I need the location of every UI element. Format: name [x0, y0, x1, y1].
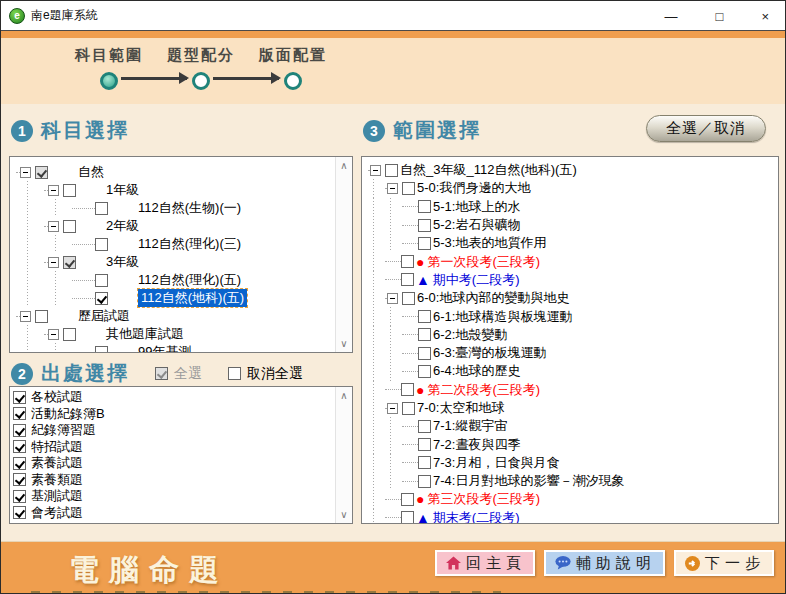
tree-collapse-icon[interactable] — [387, 183, 398, 194]
tree-checkbox[interactable] — [418, 438, 431, 451]
tree-checkbox[interactable] — [95, 274, 108, 287]
scroll-up-icon[interactable]: ∧ — [340, 390, 347, 401]
tree-collapse-icon[interactable] — [370, 165, 381, 176]
tree-label[interactable]: 112自然(生物)(一) — [138, 199, 241, 217]
next-step-button[interactable]: 下一步 — [674, 550, 774, 576]
tree-label[interactable]: 7-2:晝夜與四季 — [433, 436, 520, 454]
tree-label[interactable]: 5-3:地表的地質作用 — [433, 234, 546, 252]
tree-collapse-icon[interactable] — [48, 221, 59, 232]
tree-label[interactable]: 6-3:臺灣的板塊運動 — [433, 344, 546, 362]
tree-collapse-icon[interactable] — [20, 311, 31, 322]
tree-checkbox[interactable] — [402, 182, 415, 195]
tree-checkbox[interactable] — [418, 219, 431, 232]
tree-checkbox[interactable] — [418, 420, 431, 433]
tree-checkbox[interactable] — [418, 200, 431, 213]
tree-label[interactable]: 6-4:地球的歷史 — [433, 362, 520, 380]
tree-collapse-icon[interactable] — [48, 257, 59, 268]
tree-checkbox[interactable] — [95, 292, 108, 305]
list-checkbox[interactable] — [13, 506, 26, 519]
tree-label[interactable]: 歷屆試題 — [78, 307, 130, 325]
list-label[interactable]: 紀錄簿習題 — [31, 421, 96, 439]
tree-label[interactable]: 1年級 — [106, 181, 139, 199]
tree-checkbox[interactable] — [63, 220, 76, 233]
tree-checkbox[interactable] — [35, 310, 48, 323]
tree-checkbox[interactable] — [418, 347, 431, 360]
select-toggle-button[interactable]: 全選／取消 — [646, 115, 766, 142]
deselect-all-option[interactable]: 取消全選 — [228, 365, 303, 383]
tree-checkbox[interactable] — [63, 328, 76, 341]
scrollbar[interactable]: ∧ ∨ — [335, 387, 352, 523]
tree-label[interactable]: 5-2:岩石與礦物 — [433, 216, 520, 234]
deselect-all-checkbox[interactable] — [228, 367, 241, 380]
list-checkbox[interactable] — [13, 490, 26, 503]
list-label[interactable]: 基測試題 — [31, 487, 83, 505]
tree-label[interactable]: 自然_3年級_112自然(地科)(五) — [400, 161, 577, 179]
tree-label[interactable]: 第一次段考(三段考) — [427, 253, 540, 271]
list-label[interactable]: 素養類題 — [31, 471, 83, 489]
tree-collapse-icon[interactable] — [48, 329, 59, 340]
tree-collapse-icon[interactable] — [48, 185, 59, 196]
tree-label[interactable]: 5-0:我們身邊的大地 — [417, 179, 530, 197]
tree-checkbox[interactable] — [95, 238, 108, 251]
tree-label[interactable]: 3年級 — [106, 253, 139, 271]
list-checkbox[interactable] — [13, 407, 26, 420]
tree-label[interactable]: 112自然(理化)(三) — [138, 235, 241, 253]
tree-label[interactable]: 6-1:地球構造與板塊運動 — [433, 308, 572, 326]
tree-checkbox[interactable] — [418, 237, 431, 250]
tree-label[interactable]: 7-3:月相，日食與月食 — [433, 454, 559, 472]
scroll-down-icon[interactable]: ∨ — [340, 509, 347, 520]
select-all-option[interactable]: 全選 — [155, 365, 202, 383]
tree-label[interactable]: 6-2:地殼變動 — [433, 326, 507, 344]
scrollbar[interactable]: ∧ ∨ — [335, 157, 352, 352]
list-label[interactable]: 特招試題 — [31, 438, 83, 456]
tree-collapse-icon[interactable] — [20, 167, 31, 178]
tree-checkbox[interactable] — [35, 166, 48, 179]
tree-label[interactable]: 2年級 — [106, 217, 139, 235]
tree-label[interactable]: 第三次段考(三段考) — [427, 490, 540, 508]
tree-checkbox[interactable] — [418, 328, 431, 341]
tree-collapse-icon[interactable] — [387, 403, 398, 414]
tree-label[interactable]: 自然 — [78, 163, 104, 181]
list-checkbox[interactable] — [13, 440, 26, 453]
tree-label[interactable]: 112自然(地科)(五) — [138, 289, 247, 307]
maximize-button[interactable]: □ — [716, 10, 724, 23]
tree-checkbox[interactable] — [95, 346, 108, 353]
tree-checkbox[interactable] — [63, 256, 76, 269]
tree-checkbox[interactable] — [418, 310, 431, 323]
close-button[interactable]: × — [761, 10, 769, 23]
tree-checkbox[interactable] — [401, 255, 414, 268]
list-checkbox[interactable] — [13, 473, 26, 486]
tree-checkbox[interactable] — [63, 184, 76, 197]
tree-label[interactable]: 期中考(二段考) — [433, 271, 520, 289]
list-label[interactable]: 各校試題 — [31, 388, 83, 406]
tree-checkbox[interactable] — [418, 456, 431, 469]
tree-label[interactable]: 其他題庫試題 — [106, 325, 184, 343]
list-label[interactable]: 素養試題 — [31, 454, 83, 472]
tree-checkbox[interactable] — [95, 202, 108, 215]
tree-label[interactable]: 期末考(二段考) — [433, 509, 520, 523]
tree-label[interactable]: 第二次段考(三段考) — [427, 381, 540, 399]
list-label[interactable]: 會考試題 — [31, 504, 83, 522]
tree-checkbox[interactable] — [418, 365, 431, 378]
tree-label[interactable]: 99年基測 — [138, 343, 191, 352]
tree-label[interactable]: 6-0:地球內部的變動與地史 — [417, 289, 569, 307]
tree-checkbox[interactable] — [402, 292, 415, 305]
help-button[interactable]: 輔助說明 — [544, 550, 665, 576]
tree-checkbox[interactable] — [401, 273, 414, 286]
list-checkbox[interactable] — [13, 391, 26, 404]
tree-label[interactable]: 7-1:縱觀宇宙 — [433, 417, 507, 435]
tree-checkbox[interactable] — [401, 383, 414, 396]
tree-checkbox[interactable] — [418, 475, 431, 488]
scroll-up-icon[interactable]: ∧ — [340, 160, 347, 171]
tree-checkbox[interactable] — [401, 493, 414, 506]
list-checkbox[interactable] — [13, 424, 26, 437]
tree-checkbox[interactable] — [402, 402, 415, 415]
home-button[interactable]: 回主頁 — [435, 550, 535, 576]
list-checkbox[interactable] — [13, 457, 26, 470]
list-label[interactable]: 活動紀錄簿B — [31, 405, 105, 423]
select-all-checkbox[interactable] — [155, 367, 168, 380]
tree-label[interactable]: 112自然(理化)(五) — [138, 271, 241, 289]
tree-collapse-icon[interactable] — [387, 293, 398, 304]
tree-checkbox[interactable] — [401, 511, 414, 523]
minimize-button[interactable]: — — [665, 10, 678, 23]
